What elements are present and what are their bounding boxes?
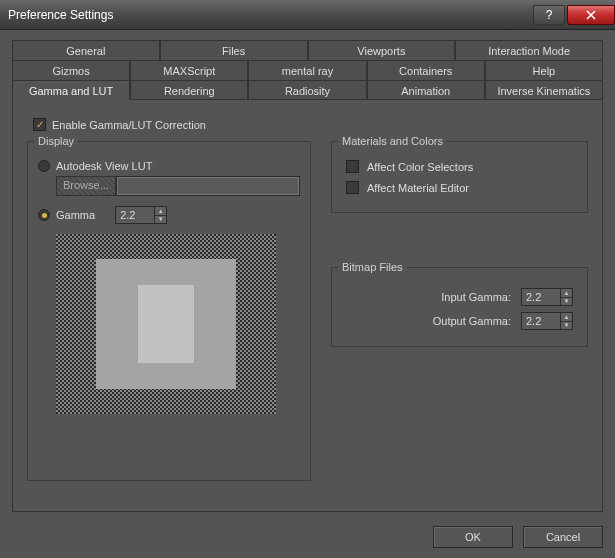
bitmap-legend: Bitmap Files xyxy=(338,261,407,273)
help-button[interactable]: ? xyxy=(533,5,565,25)
gamma-down-icon[interactable]: ▼ xyxy=(155,216,166,224)
gamma-preview-mid xyxy=(96,259,236,389)
gamma-preview xyxy=(56,234,276,414)
gamma-spinner[interactable]: ▲ ▼ xyxy=(115,206,167,224)
gamma-preview-inner xyxy=(138,285,194,363)
materials-legend: Materials and Colors xyxy=(338,135,447,147)
tab-viewports[interactable]: Viewports xyxy=(308,40,456,60)
tab-row-1: General Files Viewports Interaction Mode xyxy=(12,40,603,60)
enable-gamma-row: Enable Gamma/LUT Correction xyxy=(33,118,588,131)
lut-path-input[interactable] xyxy=(116,176,300,196)
output-gamma-spinner[interactable]: ▲ ▼ xyxy=(521,312,573,330)
affect-material-row: Affect Material Editor xyxy=(346,181,577,194)
tab-strip: General Files Viewports Interaction Mode… xyxy=(12,40,603,100)
tab-rendering[interactable]: Rendering xyxy=(130,80,248,100)
tab-interaction-mode[interactable]: Interaction Mode xyxy=(455,40,603,60)
autodesk-lut-radio[interactable] xyxy=(38,160,50,172)
enable-gamma-label: Enable Gamma/LUT Correction xyxy=(52,119,206,131)
autodesk-lut-label: Autodesk View LUT xyxy=(56,160,152,172)
output-gamma-up-icon[interactable]: ▲ xyxy=(561,313,572,322)
tab-maxscript[interactable]: MAXScript xyxy=(130,60,248,80)
gamma-radio-row: Gamma xyxy=(38,209,95,221)
tab-help[interactable]: Help xyxy=(485,60,603,80)
browse-button[interactable]: Browse... xyxy=(56,176,116,196)
gamma-spinner-arrows: ▲ ▼ xyxy=(155,206,167,224)
tab-animation[interactable]: Animation xyxy=(367,80,485,100)
close-icon xyxy=(586,10,596,20)
tab-radiosity[interactable]: Radiosity xyxy=(248,80,366,100)
input-gamma-spinner[interactable]: ▲ ▼ xyxy=(521,288,573,306)
input-gamma-arrows: ▲ ▼ xyxy=(561,288,573,306)
gamma-label: Gamma xyxy=(56,209,95,221)
display-group: Display Autodesk View LUT Browse... Gamm… xyxy=(27,141,311,481)
input-gamma-down-icon[interactable]: ▼ xyxy=(561,298,572,306)
display-legend: Display xyxy=(34,135,78,147)
tab-gamma-lut[interactable]: Gamma and LUT xyxy=(12,80,130,100)
output-gamma-arrows: ▲ ▼ xyxy=(561,312,573,330)
tab-inverse-kinematics[interactable]: Inverse Kinematics xyxy=(485,80,603,100)
gamma-radio[interactable] xyxy=(38,209,50,221)
materials-group: Materials and Colors Affect Color Select… xyxy=(331,141,588,213)
tab-general[interactable]: General xyxy=(12,40,160,60)
cancel-button[interactable]: Cancel xyxy=(523,526,603,548)
autodesk-lut-row: Autodesk View LUT xyxy=(38,160,300,172)
affect-color-label: Affect Color Selectors xyxy=(367,161,473,173)
gamma-up-icon[interactable]: ▲ xyxy=(155,207,166,216)
close-button[interactable] xyxy=(567,5,615,25)
tab-panel: Enable Gamma/LUT Correction Display Auto… xyxy=(12,99,603,512)
output-gamma-label: Output Gamma: xyxy=(346,315,511,327)
tab-files[interactable]: Files xyxy=(160,40,308,60)
affect-material-label: Affect Material Editor xyxy=(367,182,469,194)
output-gamma-down-icon[interactable]: ▼ xyxy=(561,322,572,330)
input-gamma-up-icon[interactable]: ▲ xyxy=(561,289,572,298)
output-gamma-input[interactable] xyxy=(521,312,561,330)
footer: OK Cancel xyxy=(12,512,603,548)
affect-color-checkbox[interactable] xyxy=(346,160,359,173)
tab-gizmos[interactable]: Gizmos xyxy=(12,60,130,80)
tab-row-2: Gizmos MAXScript mental ray Containers H… xyxy=(12,60,603,80)
ok-button[interactable]: OK xyxy=(433,526,513,548)
right-column: Materials and Colors Affect Color Select… xyxy=(331,141,588,481)
browse-row: Browse... xyxy=(56,176,300,196)
bitmap-group: Bitmap Files Input Gamma: ▲ ▼ Output Gam xyxy=(331,267,588,347)
gamma-value-input[interactable] xyxy=(115,206,155,224)
enable-gamma-checkbox[interactable] xyxy=(33,118,46,131)
tab-mental-ray[interactable]: mental ray xyxy=(248,60,366,80)
left-column: Display Autodesk View LUT Browse... Gamm… xyxy=(27,141,311,481)
client-area: General Files Viewports Interaction Mode… xyxy=(0,30,615,558)
input-gamma-row: Input Gamma: ▲ ▼ xyxy=(346,288,573,306)
tab-row-3: Gamma and LUT Rendering Radiosity Animat… xyxy=(12,80,603,100)
window-title: Preference Settings xyxy=(8,8,533,22)
input-gamma-label: Input Gamma: xyxy=(346,291,511,303)
tab-containers[interactable]: Containers xyxy=(367,60,485,80)
affect-material-checkbox[interactable] xyxy=(346,181,359,194)
titlebar: Preference Settings ? xyxy=(0,0,615,30)
gamma-row: Gamma ▲ ▼ xyxy=(38,206,300,224)
input-gamma-input[interactable] xyxy=(521,288,561,306)
columns: Display Autodesk View LUT Browse... Gamm… xyxy=(27,141,588,481)
output-gamma-row: Output Gamma: ▲ ▼ xyxy=(346,312,573,330)
affect-color-row: Affect Color Selectors xyxy=(346,160,577,173)
